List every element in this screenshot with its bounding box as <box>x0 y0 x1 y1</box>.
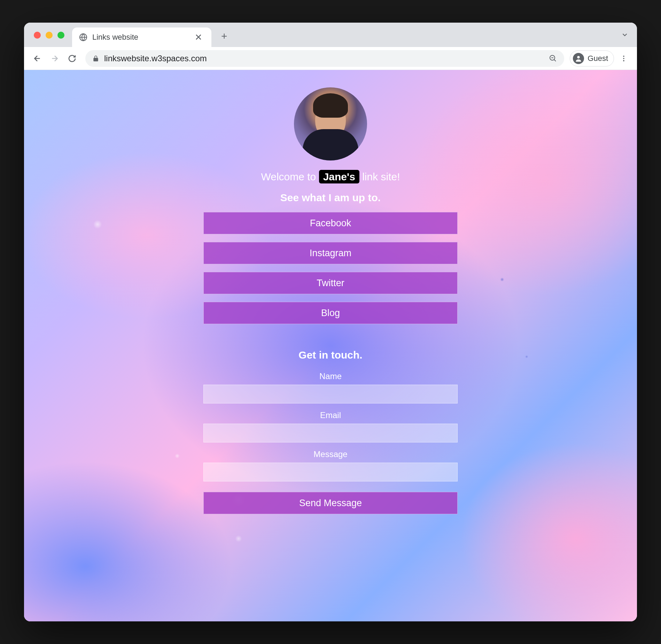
close-window-button[interactable] <box>34 32 41 39</box>
name-input[interactable] <box>203 385 458 403</box>
welcome-name-tag: Jane's <box>319 170 359 183</box>
svg-point-6 <box>623 58 624 59</box>
person-icon <box>573 53 584 64</box>
svg-point-7 <box>623 60 624 61</box>
lock-icon <box>92 55 99 62</box>
browser-window: Links website ✕ + linkswebsite.w3spaces.… <box>24 23 637 621</box>
contact-form: Name Email Message Send Message <box>203 368 458 514</box>
welcome-suffix: link site! <box>359 171 400 182</box>
tab-list-dropdown[interactable] <box>621 31 629 41</box>
links-list: Facebook Instagram Twitter Blog <box>203 212 458 324</box>
message-label: Message <box>313 449 347 459</box>
browser-toolbar: linkswebsite.w3spaces.com Guest <box>24 47 637 70</box>
instagram-link[interactable]: Instagram <box>203 242 458 264</box>
profile-avatar <box>294 87 367 160</box>
chrome-menu-button[interactable] <box>616 51 631 66</box>
close-tab-button[interactable]: ✕ <box>193 32 204 43</box>
address-bar[interactable]: linkswebsite.w3spaces.com <box>85 50 564 67</box>
message-input[interactable] <box>203 463 458 481</box>
back-button[interactable] <box>30 51 45 66</box>
tab-title: Links website <box>92 33 188 42</box>
profile-button[interactable]: Guest <box>570 50 614 66</box>
browser-tab[interactable]: Links website ✕ <box>72 28 211 47</box>
name-label: Name <box>319 371 342 381</box>
maximize-window-button[interactable] <box>57 32 64 39</box>
welcome-prefix: Welcome to <box>261 171 319 182</box>
page-content: Welcome to Jane's link site! See what I … <box>24 70 637 621</box>
twitter-link[interactable]: Twitter <box>203 272 458 294</box>
window-controls <box>34 32 64 39</box>
reload-button[interactable] <box>64 51 80 66</box>
minimize-window-button[interactable] <box>46 32 53 39</box>
zoom-icon[interactable] <box>549 54 557 63</box>
tab-bar: Links website ✕ + <box>24 23 637 47</box>
profile-label: Guest <box>588 54 608 63</box>
contact-heading: Get in touch. <box>298 349 362 361</box>
links-heading: See what I am up to. <box>280 192 381 204</box>
url-text: linkswebsite.w3spaces.com <box>104 54 544 63</box>
facebook-link[interactable]: Facebook <box>203 212 458 234</box>
welcome-text: Welcome to Jane's link site! <box>261 171 400 183</box>
globe-icon <box>79 33 87 41</box>
forward-button[interactable] <box>47 51 62 66</box>
email-input[interactable] <box>203 424 458 442</box>
blog-link[interactable]: Blog <box>203 302 458 324</box>
new-tab-button[interactable]: + <box>218 30 230 42</box>
email-label: Email <box>320 410 341 420</box>
svg-point-4 <box>577 56 580 58</box>
svg-point-5 <box>623 55 624 57</box>
send-message-button[interactable]: Send Message <box>203 492 458 514</box>
svg-line-3 <box>554 60 556 61</box>
